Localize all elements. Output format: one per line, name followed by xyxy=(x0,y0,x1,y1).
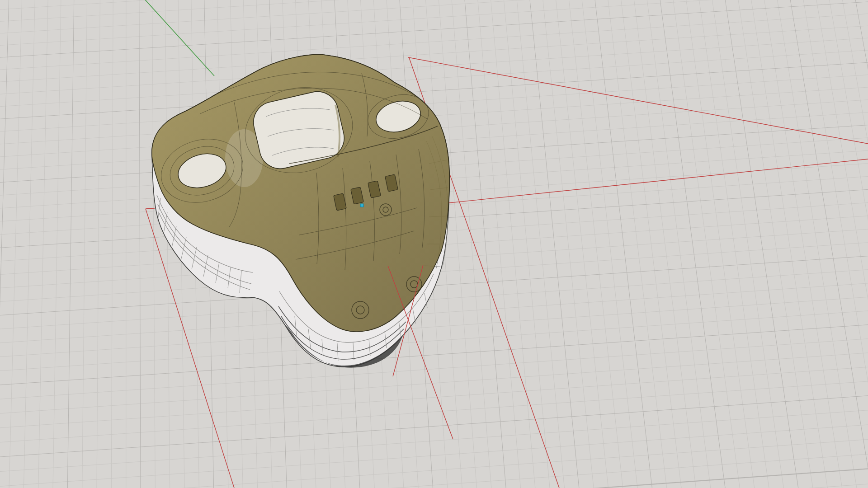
selection-point[interactable] xyxy=(360,204,363,207)
axis-lines xyxy=(143,0,214,76)
model-case[interactable] xyxy=(152,55,450,368)
cad-viewport[interactable] xyxy=(0,0,868,488)
x-axis-red xyxy=(449,159,868,203)
scene-svg xyxy=(0,0,868,488)
construction-line xyxy=(408,57,868,144)
construction-line xyxy=(146,208,155,209)
y-axis-green xyxy=(143,0,214,76)
